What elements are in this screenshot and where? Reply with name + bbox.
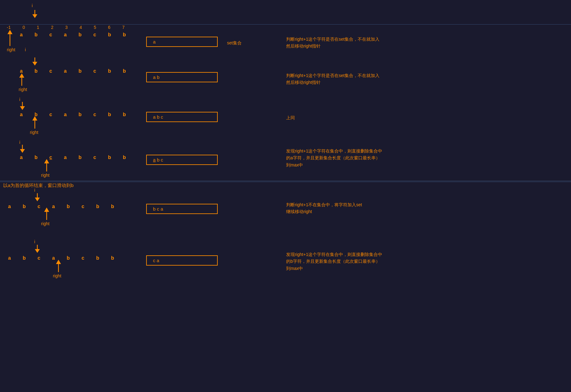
idx-neg1: -1 <box>7 25 11 30</box>
svg-marker-17 <box>35 198 40 201</box>
set-box-1: a b <box>146 72 218 82</box>
desc-0: 判断right+1这个字符是否在set集合，不在就加入然后移动right指针 <box>286 36 379 50</box>
char-row-1: a b c a b c b b <box>20 68 126 74</box>
svg-marker-18 <box>44 207 49 212</box>
right-arrow-5 <box>55 260 62 273</box>
char-row-4: a b c a b c b b <box>8 204 114 209</box>
i-arrow-1 <box>32 57 38 67</box>
desc-5: 发现right+1这个字符在集合中，则直接删除集合中的b字符，并且更新集合长度（… <box>286 251 382 272</box>
i-label-0b: i <box>25 47 26 52</box>
idx-4: 4 <box>80 25 82 30</box>
char-row-0: a b c a b c b b <box>20 32 126 38</box>
right-arrow-2 <box>32 116 38 130</box>
i-arrow-0 <box>32 10 38 20</box>
set-label-0: set集合 <box>227 40 242 46</box>
set-box-0: a <box>146 37 218 47</box>
set-box-2: a b c <box>146 112 218 122</box>
i-label-0: i <box>32 3 33 8</box>
svg-marker-5 <box>32 62 37 66</box>
right-arrow-4 <box>44 207 50 221</box>
desc-1: 判断right+1这个字符是否在set集合，不在就加入然后移动right指针 <box>286 72 379 86</box>
svg-marker-13 <box>20 149 25 153</box>
char-row-3: a b c a b c b b <box>20 155 126 160</box>
svg-marker-22 <box>56 260 61 264</box>
idx-1: 1 <box>37 25 39 30</box>
svg-marker-14 <box>44 159 49 163</box>
desc-3: 发现right+1这个字符在集合中，则直接删除集合中的a字符，并且更新集合长度（… <box>286 148 382 168</box>
set-box-4: b c a <box>146 204 218 214</box>
top-divider <box>0 24 571 25</box>
right-label-2: right <box>30 130 38 135</box>
right-label-1: right <box>19 87 27 92</box>
i-label-2: i <box>19 97 20 102</box>
svg-marker-1 <box>32 14 37 18</box>
idx-3: 3 <box>65 25 68 30</box>
idx-0: 0 <box>22 25 25 30</box>
right-label-0: right <box>7 47 15 52</box>
mid-label: 以a为首的循环结束，窗口滑动到b <box>3 183 74 189</box>
set-box-5: c a <box>146 255 218 266</box>
section-divider <box>0 181 571 181</box>
right-label-3: right <box>41 173 49 178</box>
i-label-5: i <box>34 239 35 244</box>
i-arrow-5 <box>34 245 40 254</box>
idx-7: 7 <box>122 25 125 30</box>
idx-5: 5 <box>94 25 96 30</box>
i-arrow-3 <box>19 145 26 154</box>
svg-marker-2 <box>7 30 12 34</box>
idx-6: 6 <box>108 25 110 30</box>
svg-marker-21 <box>35 249 40 253</box>
svg-marker-6 <box>19 73 24 78</box>
idx-2: 2 <box>51 25 53 30</box>
svg-marker-10 <box>32 116 37 121</box>
set-box-3: a b c <box>146 155 218 165</box>
right-arrow-1 <box>19 73 25 87</box>
right-label-5: right <box>53 273 61 278</box>
i-arrow-4 <box>34 193 40 203</box>
index-row-0: -1 0 1 2 3 4 5 6 7 <box>7 25 125 30</box>
i-label-3: i <box>19 140 20 145</box>
desc-2: 上同 <box>286 114 295 121</box>
desc-4: 判断right+1不在集合中，将字符加入set继续移动right <box>286 201 362 215</box>
i-label-4: i <box>34 188 35 193</box>
svg-marker-9 <box>20 106 25 110</box>
right-arrow-3 <box>44 159 50 172</box>
i-arrow-2 <box>19 102 26 112</box>
right-arrow-0 <box>7 30 13 47</box>
right-label-4: right <box>41 221 49 226</box>
mid-divider <box>0 182 571 182</box>
